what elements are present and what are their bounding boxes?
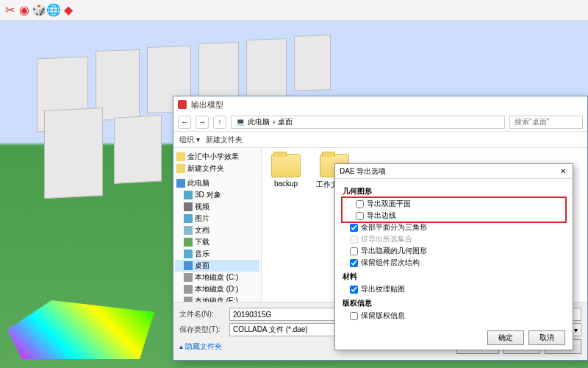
- globe-icon[interactable]: 🌐: [47, 4, 60, 17]
- savetype-label: 保存类型(T):: [179, 325, 223, 335]
- option-row[interactable]: 保留组件层次结构: [343, 257, 565, 269]
- folder-label: backup: [268, 180, 304, 188]
- option-row[interactable]: 导出隐藏的几何图形: [343, 245, 565, 257]
- section-geometry: 几何图形: [343, 186, 565, 197]
- tree-item: 音乐: [175, 248, 259, 260]
- tree-item: 视频: [175, 201, 259, 213]
- ruby-icon[interactable]: ◆: [62, 4, 75, 17]
- dae-export-options-dialog: DAE 导出选项 ✕ 几何图形 导出双面平面 导出边线 全部平面分为三角形 仅导…: [334, 163, 573, 350]
- tree-item: 本地磁盘 (D:): [175, 283, 259, 295]
- option-row[interactable]: 导出边线: [348, 210, 559, 222]
- nav-fwd-button[interactable]: →: [196, 116, 209, 129]
- options-footer: 确定 取消: [335, 326, 573, 350]
- option-row: 仅导出所选集合: [343, 233, 565, 245]
- dialog-toolbar: 组织 ▾ 新建文件夹: [173, 132, 587, 148]
- app-icon: [178, 100, 187, 109]
- options-titlebar: DAE 导出选项 ✕: [335, 164, 573, 179]
- dialog-title: 输出模型: [191, 99, 223, 110]
- new-folder-button[interactable]: 新建文件夹: [206, 135, 243, 145]
- tree-item: 新建文件夹: [175, 163, 259, 174]
- cube-icon[interactable]: 🎲: [32, 4, 46, 17]
- option-row[interactable]: 全部平面分为三角形: [343, 222, 565, 233]
- dialog-titlebar: 输出模型: [173, 96, 587, 113]
- option-row[interactable]: 导出纹理贴图: [343, 283, 565, 295]
- address-breadcrumb[interactable]: 💻 此电脑 › 桌面: [231, 116, 505, 129]
- dialog-nav: ← → ↑ 💻 此电脑 › 桌面: [173, 113, 587, 132]
- close-icon[interactable]: ✕: [558, 166, 568, 177]
- tree-item: 本地磁盘 (C:): [175, 272, 259, 283]
- tree-item: 下载: [175, 236, 259, 248]
- folder-tree[interactable]: 金汇中小学效果 新建文件夹 此电脑 3D 对象 视频 图片 文档 下载 音乐 桌…: [173, 148, 262, 302]
- folder-item[interactable]: backup: [268, 154, 304, 188]
- hide-folders-toggle[interactable]: ▴ 隐藏文件夹: [179, 342, 222, 352]
- ok-button[interactable]: 确定: [487, 330, 524, 345]
- cancel-button[interactable]: 取消: [528, 330, 565, 345]
- search-input[interactable]: [509, 116, 583, 129]
- option-row[interactable]: 导出双面平面: [348, 198, 559, 210]
- app-toolbar: ✂ ◉ 🎲 🌐 ◆: [0, 0, 588, 21]
- tree-item: 文档: [175, 224, 259, 236]
- section-credit: 版权信息: [343, 298, 565, 308]
- tree-item: 桌面: [175, 260, 259, 272]
- chevron-down-icon: ▾: [574, 326, 578, 334]
- tree-item: 本地磁盘 (E:): [175, 295, 259, 302]
- folder-icon: [271, 154, 301, 177]
- scissors-icon[interactable]: ✂: [3, 4, 16, 17]
- options-title: DAE 导出选项: [340, 166, 386, 177]
- nav-back-button[interactable]: ←: [178, 116, 191, 129]
- paint-icon[interactable]: ◉: [18, 4, 31, 17]
- tree-item: 3D 对象: [175, 189, 259, 201]
- breadcrumb-pc-icon: 💻: [236, 118, 245, 126]
- tree-item: 金汇中小学效果: [175, 151, 259, 163]
- filename-label: 文件名(N):: [179, 309, 223, 319]
- tree-item: 此电脑: [175, 177, 259, 189]
- nav-up-button[interactable]: ↑: [213, 116, 226, 129]
- option-row[interactable]: 保留版权信息: [343, 310, 565, 322]
- organize-menu[interactable]: 组织 ▾: [179, 135, 200, 145]
- highlight-box: 导出双面平面 导出边线: [341, 197, 567, 223]
- section-material: 材料: [343, 272, 565, 282]
- tree-item: 图片: [175, 213, 259, 224]
